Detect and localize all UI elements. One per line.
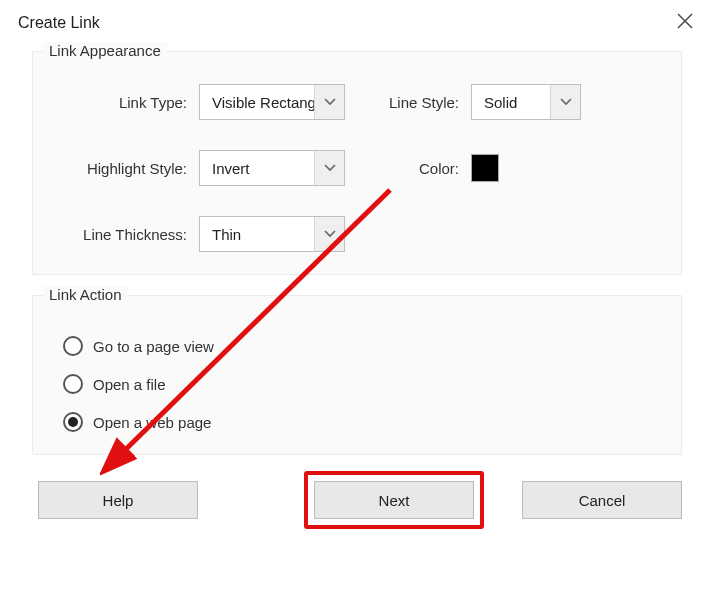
highlight-style-label: Highlight Style: (57, 160, 187, 177)
radio-icon (63, 374, 83, 394)
line-thickness-value: Thin (212, 226, 241, 243)
close-icon (676, 12, 694, 30)
radio-label: Go to a page view (93, 338, 214, 355)
close-button[interactable] (676, 12, 694, 33)
line-thickness-dropdown[interactable]: Thin (199, 216, 345, 252)
chevron-down-icon (314, 85, 344, 119)
link-type-label: Link Type: (57, 94, 187, 111)
link-appearance-legend: Link Appearance (43, 42, 167, 59)
link-appearance-section: Link Appearance Link Type: Visible Recta… (32, 51, 682, 275)
help-button[interactable]: Help (38, 481, 198, 519)
radio-open-web[interactable]: Open a web page (63, 412, 657, 432)
color-row: Color: (369, 150, 657, 186)
radio-page-view[interactable]: Go to a page view (63, 336, 657, 356)
line-thickness-label: Line Thickness: (57, 226, 187, 243)
line-style-label: Line Style: (369, 94, 459, 111)
link-action-section: Link Action Go to a page view Open a fil… (32, 295, 682, 455)
title-bar: Create Link (0, 0, 714, 43)
link-type-value: Visible Rectangle (212, 94, 328, 111)
chevron-down-icon (550, 85, 580, 119)
dialog-title: Create Link (18, 14, 100, 32)
chevron-down-icon (314, 151, 344, 185)
radio-label: Open a file (93, 376, 166, 393)
highlight-style-value: Invert (212, 160, 250, 177)
line-style-row: Line Style: Solid (369, 84, 657, 120)
chevron-down-icon (314, 217, 344, 251)
radio-open-file[interactable]: Open a file (63, 374, 657, 394)
line-thickness-row: Line Thickness: Thin (57, 216, 345, 252)
button-row: Help Next Cancel (32, 475, 682, 519)
link-type-dropdown[interactable]: Visible Rectangle (199, 84, 345, 120)
link-action-radios: Go to a page view Open a file Open a web… (57, 336, 657, 432)
line-style-dropdown[interactable]: Solid (471, 84, 581, 120)
color-picker[interactable] (471, 154, 499, 182)
radio-icon (63, 336, 83, 356)
link-action-legend: Link Action (43, 286, 128, 303)
dialog-body: Link Appearance Link Type: Visible Recta… (0, 43, 714, 519)
cancel-button[interactable]: Cancel (522, 481, 682, 519)
highlight-style-dropdown[interactable]: Invert (199, 150, 345, 186)
line-style-value: Solid (484, 94, 517, 111)
color-label: Color: (369, 160, 459, 177)
link-type-row: Link Type: Visible Rectangle (57, 84, 345, 120)
radio-label: Open a web page (93, 414, 211, 431)
highlight-style-row: Highlight Style: Invert (57, 150, 345, 186)
radio-icon (63, 412, 83, 432)
next-button[interactable]: Next (314, 481, 474, 519)
